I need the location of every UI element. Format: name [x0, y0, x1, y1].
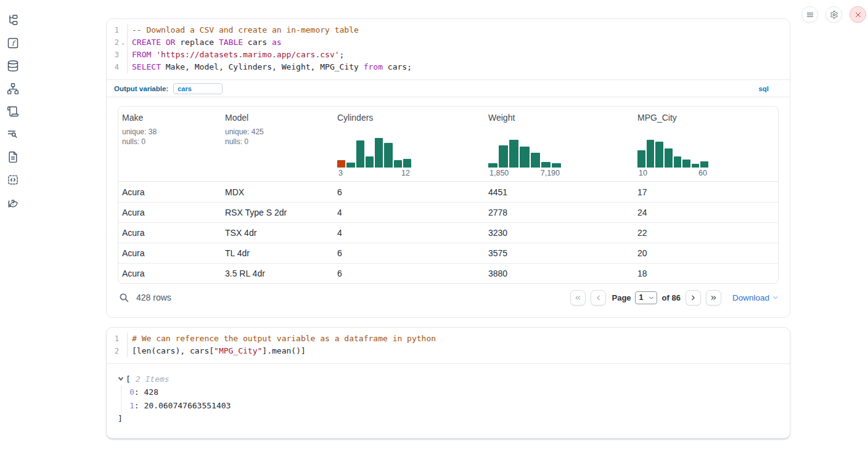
hist-max-label: 60: [698, 169, 707, 177]
histogram-bar: [366, 156, 374, 168]
histogram-bar: [655, 142, 663, 168]
sidebar-item-logs[interactable]: [6, 127, 20, 141]
table-cell: TSX 4dr: [221, 228, 334, 238]
histogram-bar: [499, 145, 508, 168]
column-label: Cylinders: [337, 113, 485, 123]
output-list-header: [ 2 Items: [118, 372, 790, 386]
histogram-cylinders[interactable]: [337, 134, 411, 168]
chevron-down-icon: [118, 376, 124, 382]
line-number: 4: [107, 61, 119, 73]
python-code-editor[interactable]: 1# We can reference the output variable …: [107, 328, 790, 363]
table-cell: RSX Type S 2dr: [221, 208, 334, 217]
sidebar-item-documentation[interactable]: [6, 150, 20, 164]
output-list-body: 0: 4281: 20.060747663551403: [121, 386, 790, 413]
item-value: 20.060747663551403: [144, 401, 231, 410]
sidebar-item-dependency-graph[interactable]: [6, 82, 20, 95]
file-tree-icon: [7, 14, 19, 26]
code-text: CREATE OR replace TABLE cars as: [128, 36, 282, 49]
table-cell: 20: [634, 248, 778, 258]
page-select[interactable]: 1: [635, 291, 657, 304]
sidebar-item-variables[interactable]: f: [6, 36, 20, 50]
help-bubble-icon: [7, 196, 19, 209]
hist-max-label: 7,190: [541, 169, 560, 177]
code-snippet-icon: [7, 174, 19, 186]
search-button[interactable]: [118, 291, 130, 304]
close-button[interactable]: [850, 6, 866, 23]
histogram-wrap: 1,8507,190: [488, 134, 634, 177]
code-line[interactable]: 1-- Download a CSV and create an in-memo…: [107, 24, 790, 36]
download-label: Download: [732, 293, 769, 302]
code-line[interactable]: 3FROM 'https://datasets.marimo.app/cars.…: [107, 49, 790, 61]
table-cell: Acura: [118, 269, 221, 278]
histogram-bar: [682, 160, 690, 168]
python-output: [ 2 Items 0: 4281: 20.060747663551403 ]: [107, 363, 790, 425]
close-bracket: ]: [118, 413, 790, 425]
table-cell: 4451: [485, 187, 634, 197]
output-list-item: 0: 428: [129, 386, 790, 399]
sql-code-editor[interactable]: 1-- Download a CSV and create an in-memo…: [107, 19, 790, 79]
code-text: [len(cars), cars["MPG_City"].mean()]: [128, 345, 306, 357]
collapse-toggle[interactable]: [118, 376, 126, 382]
histogram-bar: [509, 140, 518, 168]
items-count: 2 Items: [136, 374, 170, 384]
table-cell: TL 4dr: [221, 248, 334, 258]
code-line[interactable]: 1# We can reference the output variable …: [107, 333, 790, 345]
table-cell: Acura: [118, 248, 221, 258]
fold-toggle-icon[interactable]: ⌄: [119, 36, 127, 49]
sidebar-item-help[interactable]: [6, 196, 20, 209]
table-cell: 17: [634, 187, 778, 197]
output-variable-label: Output variable:: [114, 85, 168, 92]
chevron-down-icon: [772, 294, 779, 301]
table-cell: 6: [334, 187, 485, 197]
code-line[interactable]: 2[len(cars), cars["MPG_City"].mean()]: [107, 345, 790, 357]
first-page-button[interactable]: [570, 290, 586, 305]
histogram-bar: [647, 140, 655, 168]
output-variable-input[interactable]: [173, 83, 223, 94]
sidebar-item-snippets[interactable]: [6, 173, 20, 187]
download-button[interactable]: Download: [732, 293, 779, 302]
code-line[interactable]: 2⌄CREATE OR replace TABLE cars as: [107, 36, 790, 49]
last-page-button[interactable]: [706, 290, 721, 305]
column-label: Make: [122, 113, 221, 123]
prev-page-button[interactable]: [591, 290, 606, 305]
code-line[interactable]: 4SELECT Make, Model, Cylinders, Weight, …: [107, 61, 790, 73]
language-badge[interactable]: sql: [758, 85, 769, 92]
histogram-weight[interactable]: [488, 134, 561, 168]
item-index: 1: [129, 401, 134, 410]
table-row[interactable]: AcuraTSX 4dr4323022: [118, 222, 778, 243]
gutter: 4: [107, 61, 128, 73]
next-page-button[interactable]: [686, 290, 701, 305]
row-count: 428 rows: [136, 293, 171, 302]
gutter: 2: [107, 345, 128, 357]
table-cell: Acura: [118, 228, 221, 238]
sidebar-item-scratchpad[interactable]: [6, 105, 20, 118]
page-total-label: of 86: [662, 293, 681, 302]
histogram-bar: [394, 160, 402, 168]
column-header-make[interactable]: Makeunique: 38nulls: 0: [118, 107, 221, 181]
menu-button[interactable]: [801, 6, 818, 23]
file-text-icon: [7, 151, 19, 163]
table-row[interactable]: AcuraRSX Type S 2dr4277824: [118, 202, 778, 222]
line-number: 1: [107, 333, 119, 345]
sidebar-item-file-explorer[interactable]: [6, 14, 20, 27]
gutter: 2⌄: [107, 36, 128, 49]
table-cell: 24: [634, 208, 778, 217]
histogram-bar: [531, 153, 540, 168]
table-row[interactable]: AcuraMDX6445117: [118, 182, 778, 202]
table-row[interactable]: Acura3.5 RL 4dr6388018: [118, 263, 778, 283]
settings-button[interactable]: [825, 6, 842, 23]
histogram-mpg_city[interactable]: [637, 134, 708, 168]
list-search-icon: [7, 128, 19, 140]
column-header-mpg_city[interactable]: MPG_City1060: [634, 107, 778, 181]
table-cell: 3575: [485, 248, 634, 258]
code-text: # We can reference the output variable a…: [128, 333, 436, 345]
column-header-cylinders[interactable]: Cylinders312: [334, 107, 485, 181]
table-row[interactable]: AcuraTL 4dr6357520: [118, 243, 778, 263]
line-number: 3: [107, 49, 119, 61]
column-header-model[interactable]: Modelunique: 425nulls: 0: [221, 107, 334, 181]
gutter: 1: [107, 24, 128, 36]
sidebar-item-data-sources[interactable]: [6, 59, 20, 73]
code-text: SELECT Make, Model, Cylinders, Weight, M…: [128, 61, 412, 73]
column-header-weight[interactable]: Weight1,8507,190: [485, 107, 634, 181]
histogram-bar: [541, 162, 551, 168]
